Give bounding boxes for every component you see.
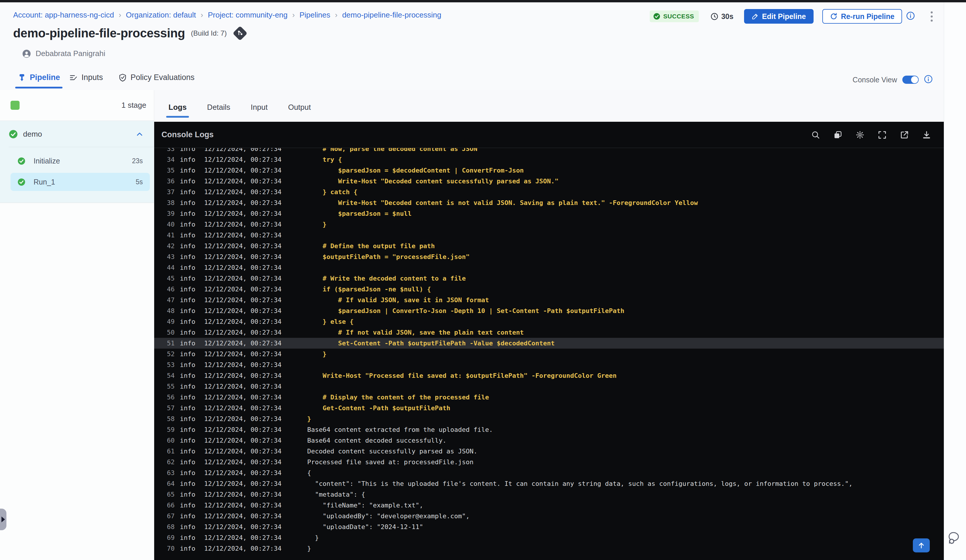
log-row[interactable]: 65info12/12/2024, 00:27:34 "metadata": { <box>154 489 944 500</box>
log-row[interactable]: 70info12/12/2024, 00:27:34} <box>154 543 944 554</box>
log-row[interactable]: 54info12/12/2024, 00:27:34 Write-Host "P… <box>154 370 944 381</box>
stage-count-row: 1 stage <box>0 90 154 121</box>
rerun-pipeline-button[interactable]: Re-run Pipeline <box>822 9 902 24</box>
log-row[interactable]: 39info12/12/2024, 00:27:34 $parsedJson =… <box>154 208 944 219</box>
log-message: $outputFilePath = "processedFile.json" <box>307 251 470 262</box>
log-message: $parsedJson | ConvertTo-Json -Depth 10 |… <box>307 305 624 316</box>
breadcrumb-account[interactable]: Account: app-harness-ng-cicd <box>13 10 114 20</box>
tab-policy-evaluations[interactable]: Policy Evaluations <box>118 73 194 89</box>
search-icon[interactable] <box>811 130 820 139</box>
step-row-run-1[interactable]: Run_1 5s <box>10 173 150 191</box>
log-tab-logs[interactable]: Logs <box>168 96 187 119</box>
log-row[interactable]: 51info12/12/2024, 00:27:34 Set-Content -… <box>154 338 944 349</box>
log-row[interactable]: 47info12/12/2024, 00:27:34 # If valid JS… <box>154 295 944 305</box>
log-message: # Define the output file path <box>307 241 435 251</box>
log-row[interactable]: 41info12/12/2024, 00:27:34 <box>154 230 944 241</box>
breadcrumb-separator: › <box>118 10 121 20</box>
log-row[interactable]: 53info12/12/2024, 00:27:34 <box>154 360 944 370</box>
log-row[interactable]: 63info12/12/2024, 00:27:34{ <box>154 468 944 478</box>
log-row[interactable]: 36info12/12/2024, 00:27:34 Write-Host "D… <box>154 176 944 187</box>
scroll-to-top-button[interactable] <box>913 539 930 552</box>
log-row[interactable]: 52info12/12/2024, 00:27:34 } <box>154 349 944 360</box>
expand-nav-handle[interactable] <box>0 509 7 530</box>
pipeline-icon <box>18 73 26 82</box>
log-tab-output[interactable]: Output <box>288 96 311 119</box>
copy-icon[interactable] <box>833 130 842 139</box>
log-row[interactable]: 33info12/12/2024, 00:27:34 # Now, parse … <box>154 148 944 154</box>
log-row[interactable]: 50info12/12/2024, 00:27:34 # If not vali… <box>154 327 944 338</box>
console-view-toggle[interactable] <box>902 76 919 84</box>
log-message: Base64 content extracted from the upload… <box>307 424 493 435</box>
log-row[interactable]: 38info12/12/2024, 00:27:34 Write-Host "D… <box>154 197 944 208</box>
breadcrumb-project[interactable]: Project: community-eng <box>208 10 288 20</box>
breadcrumb-organization[interactable]: Organization: default <box>126 10 196 20</box>
log-row[interactable]: 48info12/12/2024, 00:27:34 $parsedJson |… <box>154 305 944 316</box>
tab-pipeline[interactable]: Pipeline <box>18 73 60 89</box>
log-row[interactable]: 37info12/12/2024, 00:27:34 } catch { <box>154 187 944 197</box>
log-tab-details[interactable]: Details <box>207 96 231 119</box>
console-panel: Console Logs <box>154 122 944 560</box>
log-line-number: 46 <box>154 284 175 295</box>
log-row[interactable]: 42info12/12/2024, 00:27:34 # Define the … <box>154 241 944 251</box>
log-row[interactable]: 56info12/12/2024, 00:27:34 # Display the… <box>154 392 944 402</box>
fullscreen-icon[interactable] <box>878 130 887 139</box>
log-timestamp: 12/12/2024, 00:27:34 <box>204 295 281 305</box>
log-row[interactable]: 62info12/12/2024, 00:27:34Processed file… <box>154 457 944 468</box>
console-view-info-icon[interactable] <box>924 75 933 85</box>
settings-gear-icon[interactable] <box>856 130 864 139</box>
arrow-up-icon <box>918 542 925 549</box>
stage-section: demo Initialize 23s Run_1 5s <box>0 121 154 203</box>
log-row[interactable]: 34info12/12/2024, 00:27:34 try { <box>154 154 944 165</box>
log-row[interactable]: 69info12/12/2024, 00:27:34 } <box>154 532 944 543</box>
breadcrumb-current-pipeline[interactable]: demo-pipeline-file-processing <box>342 10 442 20</box>
rerun-info-icon[interactable] <box>906 11 915 21</box>
chevron-up-icon[interactable] <box>136 130 143 138</box>
tab-inputs[interactable]: Inputs <box>69 73 103 89</box>
log-level: info <box>180 446 196 457</box>
log-row[interactable]: 55info12/12/2024, 00:27:34 <box>154 381 944 392</box>
breadcrumb-pipelines[interactable]: Pipelines <box>299 10 330 20</box>
tab-pipeline-label: Pipeline <box>30 73 60 82</box>
log-message: # If not valid JSON, save the plain text… <box>307 327 524 338</box>
download-icon[interactable] <box>922 130 931 139</box>
stage-row-demo[interactable]: demo <box>0 121 154 139</box>
log-level: info <box>180 316 196 327</box>
log-row[interactable]: 66info12/12/2024, 00:27:34 "fileName": "… <box>154 500 944 511</box>
log-timestamp: 12/12/2024, 00:27:34 <box>204 489 281 500</box>
breadcrumb-separator: › <box>200 10 203 20</box>
log-timestamp: 12/12/2024, 00:27:34 <box>204 241 281 251</box>
log-row[interactable]: 43info12/12/2024, 00:27:34 $outputFilePa… <box>154 251 944 262</box>
log-row[interactable]: 58info12/12/2024, 00:27:34} <box>154 414 944 424</box>
step-row-initialize[interactable]: Initialize 23s <box>10 152 150 170</box>
breadcrumb: Account: app-harness-ng-cicd › Organizat… <box>13 10 441 20</box>
edit-pipeline-button[interactable]: Edit Pipeline <box>744 9 813 24</box>
log-row[interactable]: 60info12/12/2024, 00:27:34Base64 content… <box>154 435 944 446</box>
log-row[interactable]: 45info12/12/2024, 00:27:34 # Write the d… <box>154 273 944 284</box>
log-line-number: 47 <box>154 295 175 305</box>
log-row[interactable]: 57info12/12/2024, 00:27:34 Get-Content -… <box>154 402 944 414</box>
log-region: Logs Details Input Output Console Logs <box>154 90 944 560</box>
log-row[interactable]: 68info12/12/2024, 00:27:34 "uploadDate":… <box>154 521 944 532</box>
log-row[interactable]: 46info12/12/2024, 00:27:34 if ($parsedJs… <box>154 284 944 295</box>
more-options-menu[interactable] <box>929 10 935 23</box>
log-row[interactable]: 44info12/12/2024, 00:27:34 <box>154 262 944 273</box>
log-row[interactable]: 35info12/12/2024, 00:27:34 $parsedJson =… <box>154 165 944 176</box>
log-row[interactable]: 49info12/12/2024, 00:27:34 } else { <box>154 316 944 327</box>
log-tab-input[interactable]: Input <box>250 96 268 119</box>
log-viewport[interactable]: 33info12/12/2024, 00:27:34 # Now, parse … <box>154 148 944 560</box>
log-row[interactable]: 59info12/12/2024, 00:27:34Base64 content… <box>154 424 944 435</box>
log-row[interactable]: 64info12/12/2024, 00:27:34 "content": "T… <box>154 478 944 489</box>
breadcrumb-separator: › <box>335 10 338 20</box>
log-level: info <box>180 414 196 424</box>
log-row[interactable]: 61info12/12/2024, 00:27:34Decoded conten… <box>154 446 944 457</box>
support-chat-icon[interactable] <box>948 531 963 545</box>
log-row[interactable]: 40info12/12/2024, 00:27:34 } <box>154 219 944 230</box>
log-message: # Write the decoded content to a file <box>307 273 466 284</box>
log-level: info <box>180 532 196 543</box>
page-title: demo-pipeline-file-processing <box>13 26 185 40</box>
log-row[interactable]: 67info12/12/2024, 00:27:34 "uploadedBy":… <box>154 511 944 521</box>
open-in-new-icon[interactable] <box>900 130 909 139</box>
log-rows: 33info12/12/2024, 00:27:34 # Now, parse … <box>154 148 944 554</box>
log-level: info <box>180 478 196 489</box>
log-message: Write-Host "Decoded content is not valid… <box>307 197 698 208</box>
